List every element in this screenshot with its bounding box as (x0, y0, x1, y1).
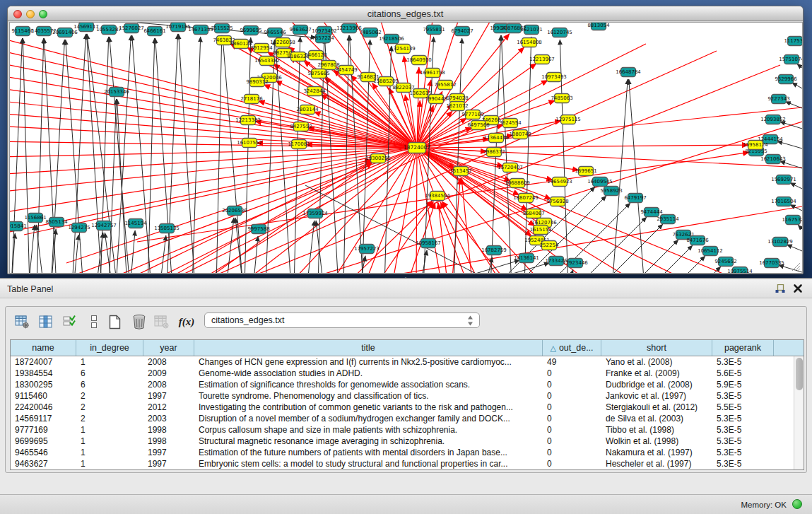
table-cell: 0 (543, 390, 601, 402)
edge[interactable] (192, 37, 201, 274)
table-row[interactable]: 969969511998Structural magnetic resonanc… (11, 436, 804, 447)
edge[interactable] (630, 240, 678, 274)
close-window-button[interactable] (13, 10, 22, 18)
table-cell: 1 (76, 436, 143, 447)
edge[interactable] (785, 102, 802, 108)
close-panel-icon[interactable] (793, 284, 803, 293)
node-label: 18807249 (513, 195, 539, 201)
node-label: 9474444 (640, 209, 663, 215)
node-label: 9329966 (775, 76, 797, 82)
node-label: 9227343 (767, 96, 789, 102)
table-toolbar: f(x) citations_edges.txt (6, 307, 806, 338)
scrollbar-thumb[interactable] (796, 358, 803, 390)
merge-rows-icon[interactable] (85, 312, 103, 332)
edge[interactable] (253, 236, 258, 274)
table-cell: Disruption of a novel member of a sodium… (194, 413, 543, 424)
table-row[interactable]: 2242004622012Investigating the contribut… (11, 402, 804, 413)
edge[interactable] (440, 202, 482, 274)
column-header-in_degree[interactable]: in_degree (76, 340, 143, 356)
column-header-label: in_degree (90, 343, 129, 353)
edge[interactable] (72, 34, 86, 274)
network-canvas[interactable]: 9115460140355722069140614569117105532871… (9, 22, 803, 274)
table-selector-dropdown[interactable]: citations_edges.txt (204, 313, 480, 328)
edge[interactable] (363, 148, 417, 274)
table-cell: 5.3E-5 (712, 390, 774, 402)
column-header-pagerank[interactable]: pagerank (712, 340, 774, 356)
edge[interactable] (342, 201, 433, 274)
column-header-title[interactable]: title (194, 340, 543, 356)
table-row[interactable]: 1830029562008Estimation of significance … (11, 379, 804, 390)
table-cell: 5.3E-5 (712, 413, 774, 424)
table-panel-title: Table Panel (7, 284, 53, 294)
edge[interactable] (417, 148, 802, 168)
edge[interactable] (461, 178, 473, 274)
edge[interactable] (792, 83, 802, 88)
table-cell: 1 (76, 356, 143, 368)
column-header-out_de[interactable]: △out_de... (543, 340, 601, 356)
column-header-name[interactable]: name (11, 340, 76, 356)
edge[interactable] (790, 182, 802, 189)
node-label: 7485063 (551, 95, 572, 101)
table-row[interactable]: 977716911998Corpus callosum shape and si… (11, 424, 804, 436)
function-builder-icon[interactable]: f(x) (177, 312, 196, 332)
table-cell: 1998 (143, 436, 194, 447)
table-row[interactable]: 1938455462009Genome-wide association stu… (11, 368, 804, 379)
node-label: 1990448 (425, 96, 447, 102)
edge[interactable] (417, 148, 442, 274)
edge[interactable] (798, 225, 802, 229)
table-row[interactable]: 1872400712008Changes of HCN gene express… (11, 356, 804, 368)
edge[interactable] (151, 162, 372, 274)
table-row[interactable]: 911546021997Tourette syndrome. Phenomeno… (11, 390, 804, 402)
minimize-window-button[interactable] (26, 10, 35, 18)
edge[interactable] (797, 64, 802, 68)
table-row[interactable]: 946554611997Estimation of the future num… (11, 447, 804, 458)
edge[interactable] (160, 235, 166, 274)
delete-column-disabled-icon[interactable] (152, 312, 170, 332)
table-cell: 0 (543, 368, 601, 379)
edge[interactable] (245, 37, 251, 274)
create-table-icon[interactable] (105, 312, 124, 332)
edge[interactable] (148, 38, 155, 274)
edge[interactable] (649, 245, 693, 274)
show-columns-icon[interactable] (36, 312, 54, 332)
table-cell: Estimation of significance thresholds fo… (194, 379, 543, 390)
table-cell: 5.5E-5 (712, 402, 774, 413)
column-header-year[interactable]: year (143, 340, 194, 356)
float-panel-icon[interactable] (775, 284, 785, 293)
table-row[interactable]: 946362711997Embryonic stem cells: a mode… (11, 458, 804, 469)
edge[interactable] (699, 267, 721, 274)
edge[interactable] (612, 79, 628, 274)
edge[interactable] (392, 148, 417, 274)
edge[interactable] (417, 145, 748, 148)
edge[interactable] (179, 34, 195, 274)
column-header-short[interactable]: short (601, 340, 712, 356)
memory-status-label: Memory: OK (741, 501, 787, 509)
edge[interactable] (216, 35, 222, 274)
canvas-resize-grip[interactable] (792, 262, 801, 271)
node-label: 2935114 (657, 216, 679, 222)
table-cell: 5.6E-5 (712, 368, 774, 379)
window-titlebar[interactable]: citations_edges.txt (8, 6, 803, 21)
edge[interactable] (10, 62, 417, 148)
table-mode-icon[interactable] (13, 312, 31, 332)
node-label: 10688609 (505, 180, 530, 186)
table-vertical-scrollbar[interactable] (794, 356, 804, 469)
zoom-window-button[interactable] (39, 10, 47, 18)
table-cell: Genome-wide association studies in ADHD. (194, 368, 543, 379)
edge[interactable] (130, 230, 135, 274)
edge[interactable] (438, 203, 448, 274)
edge[interactable] (11, 38, 23, 274)
edge[interactable] (10, 100, 417, 148)
node-label: 1156861 (24, 215, 46, 221)
edge[interactable] (787, 245, 802, 251)
node-label: 20153346 (104, 89, 129, 95)
node-label: 15885209 (373, 78, 399, 84)
edge[interactable] (307, 221, 314, 274)
select-rows-icon[interactable] (60, 312, 78, 332)
node-label: 8912954 (250, 45, 273, 51)
edge[interactable] (790, 204, 802, 211)
delete-table-icon[interactable] (130, 312, 148, 332)
table-row[interactable]: 1456911722003Disruption of a novel membe… (11, 413, 804, 424)
node-label: 8471676 (686, 238, 709, 243)
edge[interactable] (87, 34, 102, 274)
